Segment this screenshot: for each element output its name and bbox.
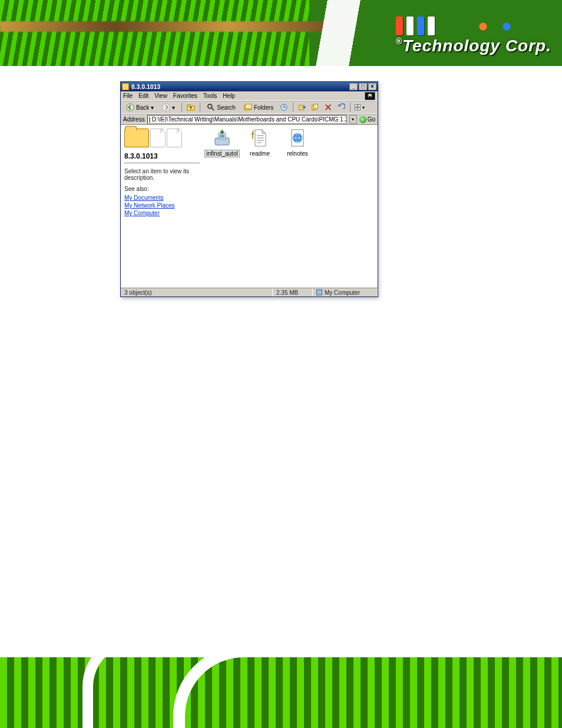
folder-info-panel: 8.3.0.1013 Select an item to view its de… <box>121 125 203 288</box>
panel-see-also: See also: <box>124 186 200 192</box>
address-field[interactable]: D:\IEI\Technical Writing\Manuals\Motherb… <box>147 115 347 124</box>
brand-logo: ®Technology Corp. <box>396 17 551 55</box>
views-button[interactable]: ▾ <box>354 102 365 113</box>
folder-up-icon <box>187 103 195 111</box>
logo-bar <box>406 17 414 35</box>
toolbar-divider <box>293 103 293 112</box>
logo-bar <box>417 17 424 35</box>
move-to-icon <box>298 103 306 111</box>
folders-label: Folders <box>254 104 273 111</box>
back-label: Back <box>136 104 149 111</box>
file-item[interactable]: infinst_autol <box>206 129 239 157</box>
folder-icon <box>122 83 129 90</box>
document-icon <box>167 129 182 147</box>
panel-heading: 8.3.0.1013 <box>124 152 200 160</box>
forward-button[interactable]: ▾ <box>159 102 178 113</box>
html-file-icon <box>288 129 307 147</box>
address-dropdown[interactable]: ▾ <box>349 115 357 124</box>
go-icon <box>359 116 366 123</box>
my-computer-icon <box>316 289 322 295</box>
status-objects: 3 object(s) <box>121 288 273 297</box>
minimize-button[interactable]: _ <box>349 83 358 90</box>
views-icon <box>354 103 361 111</box>
maximize-button[interactable]: □ <box>359 83 367 90</box>
menu-view[interactable]: View <box>154 93 167 99</box>
svg-line-5 <box>211 108 214 110</box>
panel-divider <box>124 163 200 163</box>
svg-rect-14 <box>355 108 358 110</box>
text-file-icon <box>250 129 269 147</box>
address-label: Address <box>123 116 145 123</box>
toolbar-divider <box>200 103 200 112</box>
svg-rect-11 <box>314 104 318 109</box>
copy-to-icon <box>311 103 319 111</box>
svg-rect-3 <box>187 105 190 107</box>
address-path: D:\IEI\Technical Writing\Manuals\Motherb… <box>152 116 347 123</box>
toolbar: Back ▾ ▾ Search Folders <box>121 101 378 114</box>
file-caption: relnotes <box>285 150 310 157</box>
menu-favorites[interactable]: Favorites <box>173 93 197 99</box>
go-label: Go <box>368 116 375 123</box>
folders-icon <box>244 103 252 111</box>
menu-tools[interactable]: Tools <box>203 93 217 99</box>
svg-point-4 <box>208 104 212 108</box>
addressbar: Address D:\IEI\Technical Writing\Manuals… <box>121 114 378 125</box>
throbber-icon <box>365 92 375 100</box>
logo-bar <box>428 17 435 35</box>
file-item[interactable]: readme <box>243 129 276 157</box>
svg-rect-13 <box>358 105 361 107</box>
status-location: My Computer <box>313 288 378 297</box>
svg-rect-18 <box>220 134 224 138</box>
svg-point-1 <box>163 104 170 111</box>
svg-rect-12 <box>355 105 358 107</box>
svg-point-0 <box>127 104 134 111</box>
titlebar[interactable]: 8.3.0.1013 _ □ × <box>121 82 378 91</box>
forward-arrow-icon <box>162 103 170 111</box>
folder-icon <box>124 129 149 147</box>
explorer-window: 8.3.0.1013 _ □ × File Edit View Favorite… <box>120 81 378 297</box>
link-my-documents[interactable]: My Documents <box>124 195 200 201</box>
history-button[interactable] <box>279 102 289 113</box>
file-caption: infinst_autol <box>204 150 239 157</box>
link-my-computer[interactable]: My Computer <box>124 210 200 216</box>
back-arrow-icon <box>126 103 134 111</box>
move-to-button[interactable] <box>297 102 308 113</box>
history-icon <box>280 103 288 111</box>
up-button[interactable] <box>186 102 196 113</box>
document-icon <box>150 129 166 147</box>
chevron-down-icon: ▾ <box>362 105 365 110</box>
menu-edit[interactable]: Edit <box>138 93 148 99</box>
content-area: 8.3.0.1013 Select an item to view its de… <box>121 125 378 288</box>
close-button[interactable]: × <box>368 83 376 90</box>
folders-button[interactable]: Folders <box>241 102 276 113</box>
file-icon-area[interactable]: infinst_autol readme relnotes <box>203 125 378 288</box>
search-button[interactable]: Search <box>204 102 239 113</box>
registered-mark: ® <box>396 37 402 46</box>
panel-description: Select an item to view its description. <box>124 168 200 181</box>
menubar: File Edit View Favorites Tools Help <box>121 91 378 101</box>
chevron-down-icon: ▾ <box>172 104 175 111</box>
file-item[interactable]: relnotes <box>281 129 314 157</box>
back-button[interactable]: Back ▾ <box>123 102 157 113</box>
chevron-down-icon: ▾ <box>151 104 154 111</box>
logo-bar <box>396 17 403 35</box>
status-location-label: My Computer <box>325 289 360 296</box>
brand-text: Technology Corp. <box>402 37 551 55</box>
folder-icon <box>149 117 150 123</box>
copy-to-button[interactable] <box>310 102 320 113</box>
status-size: 2.35 MB <box>273 288 313 297</box>
installer-icon <box>213 129 232 147</box>
undo-button[interactable] <box>336 102 346 113</box>
search-label: Search <box>217 104 236 111</box>
menu-file[interactable]: File <box>123 93 133 99</box>
delete-button[interactable] <box>323 102 333 113</box>
file-caption: readme <box>248 150 272 157</box>
svg-rect-7 <box>246 104 252 109</box>
statusbar: 3 object(s) 2.35 MB My Computer <box>121 288 378 297</box>
panel-illustration <box>124 129 200 147</box>
menu-help[interactable]: Help <box>223 93 235 99</box>
link-my-network-places[interactable]: My Network Places <box>124 202 200 209</box>
go-button[interactable]: Go <box>359 116 375 123</box>
search-icon <box>207 103 215 111</box>
svg-rect-15 <box>358 108 361 110</box>
